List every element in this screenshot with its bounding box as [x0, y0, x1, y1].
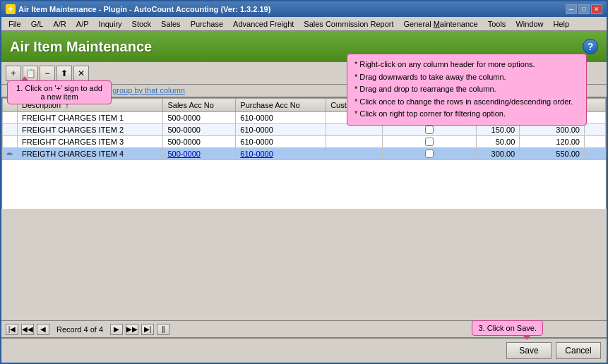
- cell-price: 300.00: [520, 124, 585, 136]
- window-title: Air Item Maintenance - Plugin - AutoCoun…: [18, 5, 270, 13]
- cell-sales-acc: 500-0000: [163, 136, 236, 148]
- info-line-2: * Drag downwards to take away the column…: [354, 71, 579, 84]
- menu-general-maintenance[interactable]: General Maintenance: [399, 19, 482, 29]
- nav-prev-page-button[interactable]: ◀◀: [21, 324, 34, 335]
- nav-next-page-button[interactable]: ▶▶: [126, 324, 138, 335]
- cell-purchase-acc: 610-0000: [236, 124, 326, 136]
- row-indicator: ✏: [3, 148, 18, 160]
- cell-description: FREIGHT CHARGES ITEM 2: [18, 124, 163, 136]
- menu-sales[interactable]: Sales: [157, 19, 185, 29]
- app-icon: ✈: [6, 4, 16, 14]
- menu-purchase[interactable]: Purchase: [186, 19, 227, 29]
- close-button[interactable]: ✕: [591, 4, 602, 14]
- add-button[interactable]: +: [6, 66, 21, 81]
- nav-first-button[interactable]: |◀: [6, 324, 18, 335]
- menu-tools[interactable]: Tools: [484, 19, 511, 29]
- maximize-button[interactable]: □: [578, 4, 590, 14]
- cell-price: 550.00: [520, 148, 585, 160]
- content-area: * Right-click on any column header for m…: [1, 62, 607, 363]
- row-indicator: [3, 136, 18, 148]
- row-indicator: [3, 124, 18, 136]
- callout-1: 1. Click on '+' sign to add a new item: [7, 80, 112, 104]
- cell-purchase-acc: 610-0000: [236, 112, 326, 124]
- menu-bar: File G/L A/R A/P Inquiry Stock Sales Pur…: [1, 17, 607, 31]
- cell-purchase-acc: 610-0000: [236, 136, 326, 148]
- menu-gl[interactable]: G/L: [27, 19, 48, 29]
- info-line-1: * Right-click on any column header for m…: [354, 62, 579, 71]
- menu-stock[interactable]: Stock: [128, 19, 156, 29]
- auto-copy-checkbox[interactable]: [425, 150, 434, 158]
- auto-copy-checkbox[interactable]: [425, 126, 434, 134]
- row-indicator: [3, 112, 18, 124]
- info-box: * Right-click on any column header for m…: [347, 62, 587, 126]
- info-line-5: * Click on right top corner for filterin…: [354, 108, 579, 121]
- clear-button[interactable]: ✕: [73, 66, 89, 81]
- cell-extra: [585, 148, 606, 160]
- nav-prev-button[interactable]: ◀: [37, 324, 49, 335]
- title-bar-controls: ─ □ ✕: [566, 4, 602, 14]
- help-button[interactable]: ?: [583, 39, 598, 54]
- cell-extra: [585, 136, 606, 148]
- menu-window[interactable]: Window: [511, 19, 547, 29]
- cell-sales-acc: 500-0000: [163, 124, 236, 136]
- delete-button[interactable]: −: [40, 66, 55, 81]
- nav-last-button[interactable]: ▶|: [141, 324, 154, 335]
- cell-cost: 150.00: [477, 124, 520, 136]
- main-window: ✈ Air Item Maintenance - Plugin - AutoCo…: [0, 0, 608, 364]
- cell-customer: [326, 136, 383, 148]
- cell-description: FREIGHT CHARGES ITEM 1: [18, 112, 163, 124]
- cell-auto-copy: [382, 136, 476, 148]
- cell-customer: [326, 124, 383, 136]
- info-line-4: * Click once to change the rows in ascen…: [354, 96, 579, 109]
- record-count: Record 4 of 4: [52, 325, 107, 334]
- table-row[interactable]: FREIGHT CHARGES ITEM 2 500-0000 610-0000…: [3, 124, 606, 136]
- col-sales-acc[interactable]: Sales Acc No: [163, 99, 236, 112]
- col-purchase-acc[interactable]: Purchase Acc No: [236, 99, 326, 112]
- menu-ap[interactable]: A/P: [72, 19, 93, 29]
- menu-help[interactable]: Help: [549, 19, 574, 29]
- cell-purchase-acc: 610-0000: [236, 148, 326, 160]
- cell-description: FREIGHT CHARGES ITEM 3: [18, 136, 163, 148]
- auto-copy-checkbox[interactable]: [425, 138, 434, 146]
- cell-sales-acc: 500-0000: [163, 112, 236, 124]
- cell-description: FREIGTH CHARGES ITEM 4: [18, 148, 163, 160]
- table-row-selected[interactable]: ✏ FREIGTH CHARGES ITEM 4 500-0000 610-00…: [3, 148, 606, 160]
- callout-3: 3. Click on Save.: [472, 320, 543, 336]
- menu-inquiry[interactable]: Inquiry: [95, 19, 126, 29]
- table-row[interactable]: FREIGHT CHARGES ITEM 3 500-0000 610-0000…: [3, 136, 606, 148]
- col-extra[interactable]: [585, 99, 606, 112]
- cell-sales-acc: 500-0000: [163, 148, 236, 160]
- bottom-bar: 3. Click on Save. Save Cancel: [1, 337, 607, 363]
- cell-cost: 300.00: [477, 148, 520, 160]
- cell-price: 120.00: [520, 136, 585, 148]
- nav-separator-button[interactable]: ‖: [157, 324, 169, 335]
- menu-advanced-freight[interactable]: Advanced Freight: [229, 19, 298, 29]
- spacer: [1, 209, 607, 320]
- menu-file[interactable]: File: [4, 19, 25, 29]
- cell-auto-copy: [382, 148, 476, 160]
- cancel-button[interactable]: Cancel: [556, 342, 601, 359]
- cell-auto-copy: [382, 124, 476, 136]
- menu-ar[interactable]: A/R: [49, 19, 70, 29]
- title-bar: ✈ Air Item Maintenance - Plugin - AutoCo…: [1, 1, 607, 17]
- menu-sales-commission[interactable]: Sales Commission Report: [299, 19, 398, 29]
- cell-cost: 50.00: [477, 136, 520, 148]
- info-line-3: * Drag and drop to rearrange the column.: [354, 83, 579, 96]
- cell-extra: [585, 112, 606, 124]
- title-bar-left: ✈ Air Item Maintenance - Plugin - AutoCo…: [6, 4, 270, 14]
- minimize-button[interactable]: ─: [566, 4, 577, 14]
- cell-extra: [585, 124, 606, 136]
- cell-customer: [326, 148, 383, 160]
- save-button[interactable]: Save: [506, 342, 552, 359]
- nav-next-button[interactable]: ▶: [110, 324, 123, 335]
- page-title: Air Item Maintenance: [10, 39, 152, 55]
- up-button[interactable]: ⬆: [56, 66, 72, 81]
